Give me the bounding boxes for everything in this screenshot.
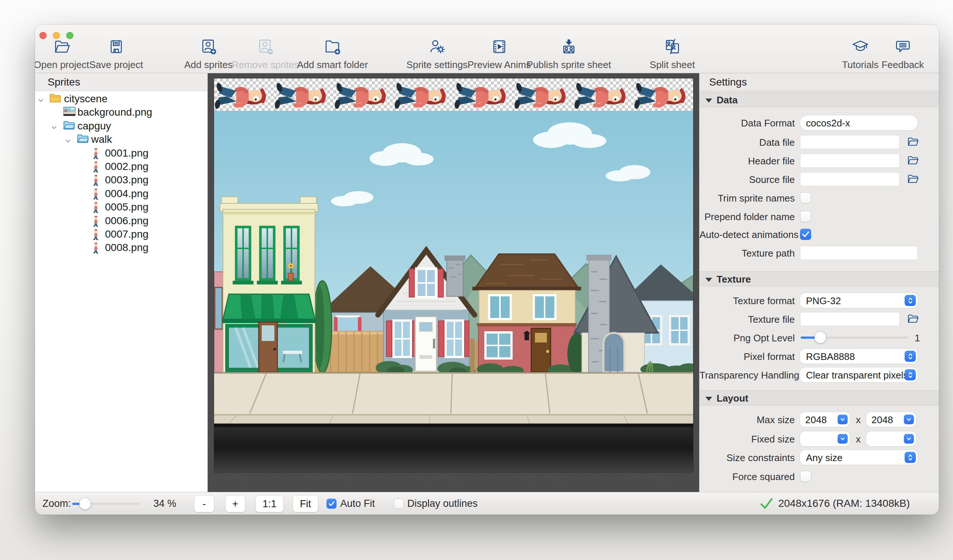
preview-anims-icon xyxy=(490,38,508,57)
split-sheet-button[interactable]: Split sheet xyxy=(650,38,695,71)
zoom-fit-button[interactable]: Fit xyxy=(293,496,318,512)
display-outlines-label: Display outlines xyxy=(407,498,478,509)
tree-item-0003-png[interactable]: 0003.png xyxy=(35,173,207,187)
trim-sprite-names-checkbox[interactable] xyxy=(800,192,811,203)
tree-item-capguy[interactable]: capguy xyxy=(35,119,207,133)
tree-item-label: walk xyxy=(91,133,112,145)
row-auto-detect-animations: Auto-detect animations xyxy=(700,227,939,242)
zoom---button[interactable]: + xyxy=(226,496,245,512)
app-window: Open projectSave projectAdd spritesRemov… xyxy=(35,25,939,515)
split-sheet-icon xyxy=(664,38,681,57)
tree-item-0001-png[interactable]: 0001.png xyxy=(35,147,207,160)
row-trim-sprite-names: Trim sprite names xyxy=(700,190,939,205)
disclosure-triangle-icon xyxy=(705,99,712,103)
field-label: Png Opt Level xyxy=(700,333,795,344)
field-label: Fixed size xyxy=(700,433,795,445)
add-smart-folder-button[interactable]: Add smart folder xyxy=(297,38,368,71)
updown-stepper-icon xyxy=(905,452,916,463)
bottom-bar: Zoom: 34 % -+1:1Fit Auto FitDisplay outl… xyxy=(35,492,939,515)
data-file-browse-button[interactable] xyxy=(906,136,919,147)
max-size-height-combobox[interactable]: 2048 xyxy=(866,412,916,427)
png-opt-level-slider[interactable] xyxy=(801,337,908,339)
chevron-down-icon[interactable] xyxy=(38,97,43,104)
chevron-down-icon[interactable] xyxy=(65,138,71,144)
texture-format-dropdown[interactable]: PNG-32 xyxy=(800,293,917,308)
zoom-slider[interactable] xyxy=(72,503,140,505)
open-project-icon xyxy=(53,38,70,57)
add-sprites-button[interactable]: Add sprites xyxy=(184,38,233,71)
folder-icon xyxy=(907,142,919,148)
texture-file-browse-button[interactable] xyxy=(906,313,919,324)
chevron-down-icon[interactable] xyxy=(51,124,57,131)
fixed-size-height-combobox[interactable] xyxy=(866,432,916,446)
header-file-input[interactable] xyxy=(800,153,900,168)
data-format-combobox[interactable]: cocos2d-x xyxy=(800,115,917,130)
pixel-format-dropdown[interactable]: RGBA8888 xyxy=(800,349,917,364)
transparency-handling-dropdown[interactable]: Clear transparent pixels xyxy=(800,367,917,382)
sprites-tree: cityscenebackground.pngcapguywalk0001.pn… xyxy=(35,91,207,492)
section-header-texture[interactable]: Texture xyxy=(700,271,939,286)
row-pixel-format: Pixel formatRGBA8888 xyxy=(700,349,939,364)
image-thumb-icon xyxy=(63,107,76,118)
disclosure-triangle-icon xyxy=(705,278,712,282)
sprite-icon xyxy=(93,175,99,187)
field-label: Max size xyxy=(700,414,795,426)
tree-item-0006-png[interactable]: 0006.png xyxy=(35,214,207,227)
zoom---button[interactable]: - xyxy=(194,496,214,512)
tree-item-label: 0007.png xyxy=(105,228,149,240)
add-smart-folder-icon xyxy=(324,38,341,57)
tree-item-0008-png[interactable]: 0008.png xyxy=(35,241,207,254)
zoom-slider-knob[interactable] xyxy=(79,498,91,509)
sprite-icon xyxy=(93,229,99,242)
auto-fit-checkbox[interactable] xyxy=(326,499,337,509)
section-header-layout[interactable]: Layout xyxy=(700,390,939,405)
field-label: Pixel format xyxy=(700,351,795,362)
png-opt-level-slider-knob[interactable] xyxy=(815,332,826,343)
prepend-folder-name-checkbox[interactable] xyxy=(800,211,811,222)
auto-detect-animations-checkbox[interactable] xyxy=(800,229,811,240)
save-project-button[interactable]: Save project xyxy=(89,38,143,71)
tree-item-label: cityscene xyxy=(64,93,107,105)
section-header-data[interactable]: Data xyxy=(700,92,939,107)
fixed-size-width-combobox[interactable] xyxy=(800,432,850,446)
texture-file-input[interactable] xyxy=(800,312,900,326)
field-label: Texture format xyxy=(700,295,795,307)
tree-item-0004-png[interactable]: 0004.png xyxy=(35,187,207,200)
open-project-button[interactable]: Open project xyxy=(35,38,89,71)
zoom-value: 34 % xyxy=(154,498,177,509)
display-outlines-checkbox[interactable] xyxy=(394,499,404,509)
source-file-browse-button[interactable] xyxy=(906,173,919,184)
chevron-down-icon xyxy=(838,434,847,444)
publish-sprite-sheet-button[interactable]: Publish sprite sheet xyxy=(527,38,611,71)
tree-item-0005-png[interactable]: 0005.png xyxy=(35,200,207,214)
texture-path-input[interactable] xyxy=(800,246,917,260)
data-file-input[interactable] xyxy=(800,135,900,149)
tutorials-button[interactable]: Tutorials xyxy=(842,38,879,71)
section-title: Layout xyxy=(717,393,748,404)
row-data-format: Data Formatcocos2d-x xyxy=(700,115,939,130)
max-size-width-combobox[interactable]: 2048 xyxy=(800,412,850,427)
feedback-button[interactable]: Feedback xyxy=(882,38,924,71)
sprite-sheet[interactable] xyxy=(214,79,693,472)
header-file-browse-button[interactable] xyxy=(906,155,919,166)
tree-item-0007-png[interactable]: 0007.png xyxy=(35,227,207,241)
tree-item-cityscene[interactable]: cityscene xyxy=(35,92,207,105)
source-file-input[interactable] xyxy=(800,172,900,186)
force-squared-checkbox[interactable] xyxy=(800,471,811,482)
tree-item-walk[interactable]: walk xyxy=(35,133,207,146)
toolbar-item-label: Remove sprites xyxy=(232,59,299,71)
preview-anims-button[interactable]: Preview Anims xyxy=(467,38,531,71)
zoom-1-1-button[interactable]: 1:1 xyxy=(256,496,283,512)
field-label: Data file xyxy=(700,137,795,149)
sprite-settings-button[interactable]: Sprite settings xyxy=(407,38,468,71)
toolbar-item-label: Tutorials xyxy=(842,59,879,71)
toolbar-item-label: Publish sprite sheet xyxy=(527,59,611,71)
toolbar-item-label: Sprite settings xyxy=(407,59,468,71)
tree-item-0002-png[interactable]: 0002.png xyxy=(35,160,207,173)
size-constraints-dropdown[interactable]: Any size xyxy=(800,450,917,465)
tree-item-label: 0003.png xyxy=(105,174,149,186)
toolbar-item-label: Preview Anims xyxy=(467,59,531,71)
tree-item-background-png[interactable]: background.png xyxy=(35,105,207,119)
row-header-file: Header file xyxy=(700,153,939,168)
canvas-area[interactable] xyxy=(208,73,699,492)
